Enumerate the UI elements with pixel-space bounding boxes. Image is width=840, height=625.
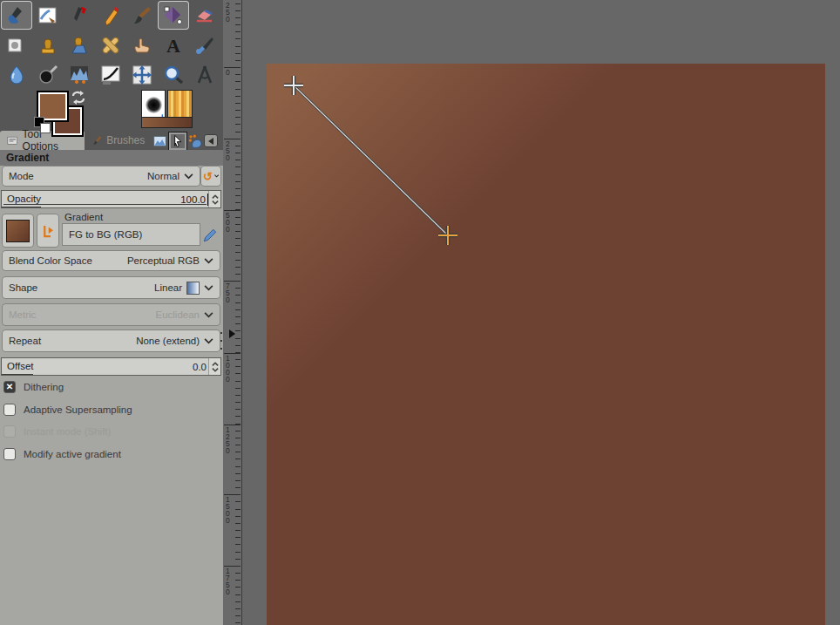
ruler-minor-tick <box>235 238 240 239</box>
pencil-icon <box>99 5 122 26</box>
checkbox-label: Adaptive Supersampling <box>24 404 132 415</box>
dodge-burn-tool-button[interactable] <box>32 60 64 89</box>
ruler-minor-tick <box>235 252 240 253</box>
smudge-tool-button[interactable] <box>126 31 158 59</box>
mode-label: Mode <box>9 171 34 181</box>
toolbox: A <box>0 0 223 131</box>
checkbox-dithering[interactable]: ✕Dithering <box>3 381 64 393</box>
default-colors-button[interactable] <box>34 117 51 133</box>
checkbox-box[interactable]: ✕ <box>3 381 16 393</box>
bucket-fill-icon <box>5 5 28 26</box>
tab-selection-editor[interactable] <box>186 132 204 150</box>
mode-dropdown[interactable]: Mode Normal <box>2 166 200 187</box>
color-picker-tool-button[interactable] <box>189 31 220 59</box>
metric-value: Euclidean <box>155 309 200 320</box>
blur-sharpen-tool-button[interactable] <box>1 60 32 89</box>
ruler-label: 5 0 0 <box>226 212 230 233</box>
perspective-clone-tool-button[interactable] <box>64 31 95 59</box>
opacity-spinners[interactable] <box>208 191 220 207</box>
spin-down-icon <box>212 368 219 372</box>
active-gradient-preview[interactable] <box>141 117 193 128</box>
metric-label: Metric <box>9 309 36 320</box>
gradient-swatch <box>6 220 30 242</box>
bucket-fill-tool-button[interactable] <box>1 1 32 30</box>
checkbox-modify-active-gradient[interactable]: Modify active gradient <box>3 448 121 460</box>
text-tool-button[interactable]: A <box>158 31 189 59</box>
tab-pointer[interactable] <box>169 132 186 150</box>
mypaint-brush-tool-button[interactable] <box>32 1 64 30</box>
eraser-icon <box>193 5 216 26</box>
vertical-ruler[interactable]: 2 5 002 5 05 0 07 5 01 0 0 01 2 5 01 5 0… <box>223 0 242 625</box>
ruler-minor-tick <box>235 516 240 517</box>
ruler-minor-tick <box>235 452 240 452</box>
histogram-levels-tool-button[interactable] <box>64 60 95 89</box>
heal-icon <box>99 35 122 56</box>
image-canvas[interactable] <box>267 64 825 625</box>
move-icon <box>131 65 153 85</box>
ruler-minor-tick <box>235 395 240 396</box>
gradient-swatch-button[interactable] <box>2 214 34 248</box>
ruler-minor-tick <box>235 587 240 588</box>
ruler-minor-tick <box>235 509 240 510</box>
gradient-reverse-button[interactable] <box>37 214 59 248</box>
ink-tool-button[interactable] <box>64 1 95 30</box>
dock-collapse-button[interactable] <box>204 134 218 147</box>
blur-icon <box>5 65 28 85</box>
ruler-minor-tick <box>235 316 240 317</box>
gradient-tool-button[interactable] <box>158 1 189 30</box>
gradient-chooser: Gradient FG to BG (RGB) <box>2 212 221 248</box>
ruler-minor-tick <box>235 274 240 275</box>
chevron-down-icon <box>214 173 219 179</box>
ruler-minor-tick <box>235 466 240 467</box>
ruler-label: 1 5 0 0 <box>226 496 230 524</box>
ruler-minor-tick <box>235 615 240 616</box>
ruler-label: 1 2 5 0 <box>226 426 230 454</box>
ruler-minor-tick <box>235 523 240 524</box>
ruler-minor-tick <box>235 224 240 225</box>
swap-colors-button[interactable] <box>71 90 86 105</box>
measure-tool-button[interactable] <box>189 60 220 89</box>
heal-tool-button[interactable] <box>95 31 126 59</box>
blend-color-space-label: Blend Color Space <box>9 255 92 266</box>
clone-tool-button[interactable] <box>32 31 64 59</box>
repeat-value: None (extend) <box>136 336 200 346</box>
ruler-minor-tick <box>235 345 240 346</box>
repeat-dropdown[interactable]: Repeat None (extend) <box>2 329 220 352</box>
blend-color-space-dropdown[interactable]: Blend Color Space Perceptual RGB <box>2 250 220 271</box>
curves-tool-button[interactable] <box>95 60 126 89</box>
ruler-minor-tick <box>235 146 240 146</box>
mode-options-dropdown[interactable]: ↺ <box>200 166 221 187</box>
tab-brushes[interactable]: Brushes <box>85 131 151 150</box>
checkbox-box[interactable] <box>3 448 16 460</box>
offset-spinners[interactable] <box>208 358 220 375</box>
paintbrush-tool-button[interactable] <box>126 1 158 30</box>
ruler-minor-tick <box>235 110 240 111</box>
tab-brushes-label: Brushes <box>106 134 145 146</box>
shape-dropdown[interactable]: Shape Linear <box>2 276 220 299</box>
opacity-slider[interactable]: Opacity 100.0 <box>1 190 221 208</box>
checkbox-box[interactable] <box>3 404 16 416</box>
panel-resize-grip[interactable] <box>220 332 223 353</box>
ruler-minor-tick <box>235 81 240 82</box>
zoom-tool-button[interactable] <box>158 60 189 89</box>
canvas-window[interactable] <box>243 0 840 625</box>
gradient-line-overlay <box>267 64 825 625</box>
airbrush-tool-button[interactable] <box>1 31 32 59</box>
ruler-minor-tick <box>235 366 240 367</box>
tab-patterns[interactable] <box>151 132 168 150</box>
eraser-tool-button[interactable] <box>189 1 220 30</box>
ruler-minor-tick <box>235 388 240 389</box>
metric-dropdown: Metric Euclidean <box>2 303 220 326</box>
offset-slider[interactable]: Offset 0.0 <box>1 357 221 376</box>
ruler-minor-tick <box>235 38 240 39</box>
move-tool-button[interactable] <box>126 60 158 89</box>
edit-gradient-button[interactable] <box>200 226 220 245</box>
pencil-tool-button[interactable] <box>95 1 126 30</box>
ruler-minor-tick <box>235 89 240 90</box>
gradient-name-field[interactable]: FG to BG (RGB) <box>62 223 200 246</box>
ruler-minor-tick <box>235 46 240 47</box>
dodge-burn-icon <box>37 65 59 85</box>
ruler-minor-tick <box>235 580 240 581</box>
ruler-minor-tick <box>235 267 240 268</box>
checkbox-adaptive-supersampling[interactable]: Adaptive Supersampling <box>3 404 132 416</box>
